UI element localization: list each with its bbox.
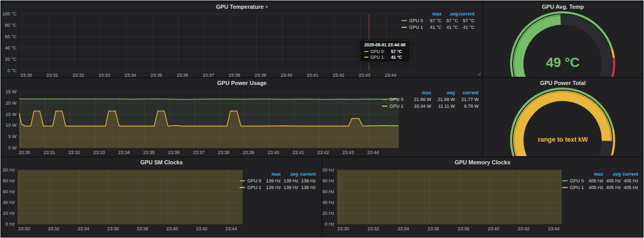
legend-stat-value: 139 Hz	[298, 185, 316, 190]
legend-series-name[interactable]: GPU 0	[562, 178, 586, 183]
legend-header-row: maxavgcurrent	[382, 89, 479, 96]
legend-series-row: GPU 021.86 W21.68 W21.77 W	[382, 96, 479, 103]
y-axis-tick-label: 40 Hz	[323, 200, 334, 205]
memory-clocks-chart[interactable]: 0 Hz20 Hz40 Hz60 Hz80 Hz100 Hz23:3023:32…	[323, 158, 642, 237]
legend-stat-value: 405 Hz	[586, 178, 603, 183]
legend-stat-value: 41 °C	[458, 25, 474, 30]
legend-series-name[interactable]: GPU 0	[401, 18, 425, 23]
x-axis-tick-label: 23:31	[43, 150, 55, 155]
x-axis-tick-label: 23:34	[125, 73, 137, 77]
x-axis-tick-label: 23:44	[226, 226, 238, 231]
legend-stat-value: 405 Hz	[621, 178, 638, 183]
x-axis-tick-label: 23:38	[218, 150, 230, 155]
legend-stat-value: 11.11 W	[431, 104, 455, 109]
legend-series-row: GPU 1405 Hz405 Hz405 Hz	[562, 184, 638, 191]
panel-title-gpu-power-total[interactable]: GPU Power Total	[483, 80, 642, 86]
legend-series-label: GPU 1	[247, 185, 261, 190]
series-line-gpu-0	[19, 99, 399, 99]
panel-gpu-power-total: GPU Power Total range to text kW	[483, 78, 642, 156]
x-axis-tick-label: 23:42	[196, 226, 208, 231]
legend-column-header[interactable]: current	[621, 172, 638, 177]
x-axis-tick-label: 23:42	[333, 73, 345, 77]
panel-title-gpu-avg-temp[interactable]: GPU Avg. Temp	[483, 4, 642, 10]
y-axis-tick-label: 0 Hz	[5, 222, 15, 227]
x-axis-tick-label: 23:31	[46, 73, 58, 77]
legend-stat-value: 139 Hz	[263, 178, 281, 183]
legend-column-header[interactable]: max	[263, 172, 281, 177]
legend-header-row: maxavgcurrent	[240, 171, 316, 177]
legend-column-header[interactable]: avg	[603, 172, 621, 177]
panel-title-gpu-temperature[interactable]: GPU Temperature▾	[2, 4, 482, 10]
legend-stat-value: 57 °C	[425, 18, 442, 23]
legend-stat-value: 139 Hz	[281, 185, 298, 190]
legend-stat-value: 9.79 W	[455, 104, 479, 109]
chevron-down-icon: ▾	[266, 5, 268, 9]
y-axis-tick-label: 0 °C	[7, 68, 16, 73]
gauge-fill	[518, 96, 607, 156]
series-color-dash	[562, 187, 568, 188]
panel-title-gpu-sm-clocks[interactable]: GPU SM Clocks	[2, 159, 321, 165]
y-axis-tick-label: 20 Hz	[323, 211, 334, 216]
x-axis-tick-label: 23:38	[137, 226, 148, 231]
y-axis-tick-label: 20 W	[6, 100, 17, 106]
y-axis-tick-label: 0 W	[8, 145, 17, 150]
legend-stat-value: 57 °C	[442, 18, 458, 23]
legend-series-row: GPU 0139 Hz139 Hz139 Hz	[240, 177, 316, 184]
legend-column-header[interactable]: avg	[281, 172, 298, 177]
legend-series-name[interactable]: GPU 0	[382, 97, 408, 102]
legend-header-row: maxavgcurrent	[401, 10, 474, 17]
panel-gpu-avg-temp: GPU Avg. Temp 49 °C	[483, 2, 642, 77]
panel-title-gpu-memory-clocks[interactable]: GPU Memory Clocks	[323, 159, 642, 165]
x-axis-tick-label: 23:44	[385, 73, 397, 77]
sm-clocks-chart[interactable]: 0 Hz20 Hz40 Hz60 Hz80 Hz100 Hz23:3023:32…	[2, 158, 321, 237]
gauge-value-text: range to text kW	[483, 136, 642, 143]
x-axis-tick-label: 23:34	[118, 150, 130, 155]
legend-column-header[interactable]: current	[458, 11, 474, 16]
legend-column-header[interactable]: max	[408, 90, 431, 95]
y-axis-tick-label: 80 Hz	[3, 178, 15, 183]
tooltip-row: GPU 1: 41 °C	[364, 54, 405, 60]
panel-resize-handle[interactable]	[477, 72, 481, 76]
power-legend: maxavgcurrentGPU 021.86 W21.68 W21.77 WG…	[382, 89, 479, 109]
legend-series-name[interactable]: GPU 1	[562, 185, 586, 190]
y-axis-tick-label: 100 °C	[2, 11, 16, 16]
x-axis-tick-label: 23:39	[255, 73, 266, 77]
legend-column-header[interactable]: max	[586, 172, 603, 177]
legend-series-label: GPU 1	[409, 25, 423, 30]
legend-stat-value: 57 °C	[458, 18, 474, 23]
x-axis-tick-label: 23:36	[168, 150, 180, 155]
legend-series-label: GPU 1	[570, 185, 584, 190]
tooltip-timestamp: 2020-05-01 23:44:48	[364, 42, 405, 47]
panel-title-gpu-power-usage[interactable]: GPU Power Usage	[2, 80, 482, 86]
legend-series-label: GPU 0	[247, 178, 261, 183]
y-axis-tick-label: 20 °C	[5, 57, 16, 62]
legend-series-name[interactable]: GPU 0	[240, 178, 263, 183]
x-axis-tick-label: 23:30	[19, 150, 30, 155]
legend-column-header[interactable]: max	[425, 11, 442, 16]
legend-series-row: GPU 1139 Hz139 Hz139 Hz	[240, 184, 316, 191]
x-axis-tick-label: 23:30	[19, 226, 30, 231]
legend-stat-value: 405 Hz	[586, 185, 603, 190]
series-color-dash	[401, 27, 407, 28]
x-axis-tick-label: 23:30	[337, 226, 349, 231]
y-axis-tick-label: 0 Hz	[325, 222, 334, 227]
legend-series-row: GPU 0405 Hz405 Hz405 Hz	[562, 177, 638, 184]
legend-column-header[interactable]: current	[298, 172, 316, 177]
legend-series-name[interactable]: GPU 1	[401, 25, 425, 30]
legend-series-name[interactable]: GPU 1	[240, 185, 263, 190]
x-axis-tick-label: 23:41	[293, 150, 304, 155]
gauge-value-text: 49 °C	[483, 55, 642, 71]
panel-gpu-temperature: GPU Temperature▾ 0 °C20 °C40 °C60 °C80 °…	[2, 2, 482, 77]
legend-column-header[interactable]: current	[455, 90, 479, 95]
panel-title-text: GPU Avg. Temp	[542, 4, 584, 10]
x-axis-tick-label: 23:32	[48, 226, 60, 231]
x-axis-tick-label: 23:35	[150, 73, 162, 77]
x-axis-tick-label: 23:33	[98, 73, 110, 77]
legend-column-header[interactable]: avg	[431, 90, 455, 95]
legend-header-row: maxavgcurrent	[562, 171, 638, 177]
panel-title-text: GPU Power Total	[540, 80, 585, 86]
legend-series-name[interactable]: GPU 1	[382, 104, 408, 109]
x-axis-tick-label: 23:32	[73, 73, 84, 77]
legend-column-header[interactable]: avg	[442, 11, 458, 16]
legend-stat-value: 405 Hz	[603, 185, 621, 190]
